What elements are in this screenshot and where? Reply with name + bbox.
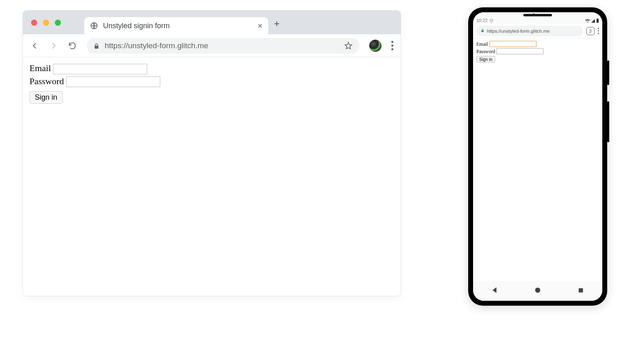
tab-switcher-button[interactable]: 3: [586, 27, 595, 35]
android-nav-bar: [473, 281, 602, 301]
svg-point-5: [535, 288, 541, 293]
browser-tab[interactable]: Unstyled signin form ×: [84, 17, 268, 34]
phone-side-button: [607, 60, 609, 85]
password-input[interactable]: [66, 76, 160, 87]
globe-icon: [90, 22, 98, 30]
svg-rect-3: [597, 19, 599, 23]
phone-mockup: 10:22 https://unstyled-form.glitch.me 3: [468, 7, 607, 306]
menu-button[interactable]: [391, 41, 393, 50]
signal-icon: [591, 19, 595, 23]
mobile-url-text: https://unstyled-form.glitch.me: [487, 29, 550, 34]
email-label: Email: [29, 63, 51, 73]
email-row: Email: [476, 41, 599, 47]
password-label: Password: [476, 48, 495, 54]
email-input[interactable]: [53, 64, 147, 74]
mobile-browser-toolbar: https://unstyled-form.glitch.me 3: [473, 24, 602, 38]
battery-icon: [596, 18, 599, 23]
close-tab-icon[interactable]: ×: [258, 21, 263, 31]
maximize-window-button[interactable]: [55, 20, 61, 26]
email-row: Email: [29, 63, 394, 74]
email-input[interactable]: [489, 41, 536, 47]
svg-line-2: [490, 20, 492, 22]
email-label: Email: [476, 41, 488, 47]
mobile-page-content: Email Password Sign in: [473, 38, 602, 281]
profile-avatar[interactable]: [369, 40, 381, 52]
password-row: Password: [29, 76, 394, 87]
svg-rect-6: [579, 288, 583, 292]
reload-button[interactable]: [68, 41, 77, 50]
password-label: Password: [29, 76, 64, 86]
new-tab-button[interactable]: +: [274, 18, 280, 29]
home-nav-icon[interactable]: [535, 287, 541, 295]
signin-button[interactable]: Sign in: [476, 56, 495, 63]
status-time: 10:22: [476, 18, 488, 23]
back-nav-icon[interactable]: [492, 287, 498, 295]
minimize-window-button[interactable]: [43, 20, 49, 26]
tab-bar: Unstyled signin form × +: [23, 11, 401, 34]
phone-screen: 10:22 https://unstyled-form.glitch.me 3: [473, 12, 602, 301]
desktop-browser-window: Unstyled signin form × + https://unstyle…: [22, 10, 401, 296]
browser-toolbar: https://unstyled-form.glitch.me: [23, 34, 401, 57]
tab-count: 3: [589, 29, 591, 34]
wifi-icon: [585, 19, 590, 23]
mobile-address-bar[interactable]: https://unstyled-form.glitch.me: [476, 26, 583, 36]
back-button[interactable]: [30, 41, 39, 50]
window-traffic-lights: [31, 20, 61, 26]
signin-button[interactable]: Sign in: [29, 91, 63, 104]
forward-button[interactable]: [49, 41, 58, 50]
page-content: Email Password Sign in: [23, 57, 401, 110]
bookmark-star-icon[interactable]: [344, 41, 353, 50]
lock-icon: [93, 43, 100, 49]
lock-icon: [480, 29, 485, 34]
password-input[interactable]: [496, 48, 543, 54]
tab-title: Unstyled signin form: [103, 22, 253, 30]
do-not-disturb-icon: [489, 18, 494, 22]
password-row: Password: [476, 48, 599, 55]
recents-nav-icon[interactable]: [578, 287, 583, 295]
address-bar[interactable]: https://unstyled-form.glitch.me: [87, 38, 359, 54]
svg-rect-4: [597, 18, 598, 19]
phone-speaker: [523, 14, 552, 16]
mobile-menu-button[interactable]: [598, 28, 599, 34]
url-text: https://unstyled-form.glitch.me: [105, 41, 339, 50]
close-window-button[interactable]: [31, 20, 37, 26]
phone-side-button: [607, 101, 609, 142]
